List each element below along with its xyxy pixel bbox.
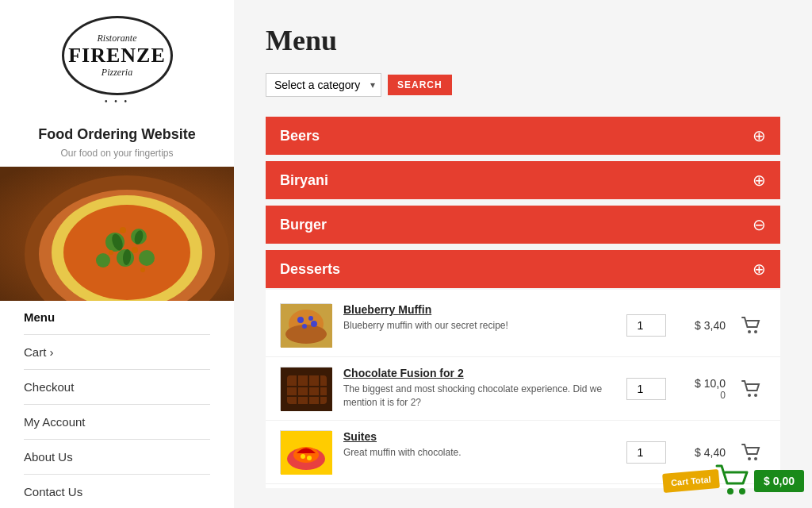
biryani-header[interactable]: Biryani ⊕ [266,161,780,199]
suites-price-col: $ 4,40 [678,446,726,459]
site-subtitle: Our food on your fingertips [0,148,234,167]
cart-icon [741,441,763,464]
table-row: Chocolate Fusion for 2 The biggest and m… [266,357,780,421]
blueberry-muffin-desc: Blueberry muffin with our secret recipe! [343,319,615,333]
svg-point-13 [132,247,138,253]
svg-point-37 [301,454,305,459]
suites-desc: Great muffin with chocolate. [343,446,615,460]
nav-checkout[interactable]: Checkout [24,379,210,395]
nav-divider-3 [24,404,210,405]
desserts-title: Desserts [280,261,340,278]
desserts-items: Blueberry Muffin Blueberry muffin with o… [266,290,780,488]
logo-dots: • • • [105,97,129,106]
nav-divider-1 [24,334,210,335]
svg-rect-26 [287,375,327,404]
suites-svg [281,431,332,475]
chocolate-fusion-desc: The biggest and most shocking chocolate … [343,383,615,410]
burger-header[interactable]: Burger ⊖ [266,206,780,244]
cart-total-widget[interactable]: Cart Total $ 0,00 [663,461,804,500]
svg-point-33 [754,394,757,397]
suites-qty[interactable] [626,441,666,464]
suites-name[interactable]: Suites [343,430,615,443]
suites-image [280,430,331,474]
burger-section: Burger ⊖ [266,206,780,244]
nav-cart[interactable]: Cart › [24,344,210,360]
blueberry-muffin-price-col: $ 3,40 [678,319,726,332]
svg-point-12 [120,227,126,233]
nav-contact-us[interactable]: Contact Us [24,483,210,500]
beers-title: Beers [280,128,320,144]
pizza-visual [0,167,234,301]
nav-about-us[interactable]: About Us [24,448,210,465]
nav-links: Menu Cart › Checkout My Account About Us… [0,301,234,508]
chocolate-fusion-price-col: $ 10,0 0 [678,377,726,401]
logo-main: FIRENZE [68,44,166,67]
logo-bottom: Pizzeria [102,67,132,79]
table-row: Blueberry Muffin Blueberry muffin with o… [266,294,780,357]
chocolate-fusion-name[interactable]: Chocolate Fusion for 2 [343,367,615,379]
blueberry-muffin-price: $ 3,40 [695,319,726,332]
svg-point-39 [748,457,751,460]
svg-point-38 [307,456,312,460]
nav-my-account[interactable]: My Account [24,414,210,430]
svg-point-21 [302,324,307,329]
burger-minus-icon: ⊖ [753,215,766,234]
page-title: Menu [266,24,780,57]
cart-total-label: Cart Total [670,474,710,487]
svg-point-19 [297,317,304,323]
blueberry-muffin-name[interactable]: Blueberry Muffin [343,303,615,316]
filter-row: Select a category Beers Biryani Burger D… [266,73,780,97]
category-select-wrapper: Select a category Beers Biryani Burger D… [266,73,381,97]
svg-point-42 [739,488,745,495]
chocolate-fusion-image [280,367,331,410]
svg-point-7 [96,253,110,267]
choc-svg [281,368,332,411]
svg-point-8 [139,250,155,266]
cart-icon [741,378,763,400]
search-button[interactable]: SEARCH [388,75,452,95]
site-title: Food Ordering Website [0,114,234,148]
biryani-plus-icon: ⊕ [753,171,766,190]
svg-point-24 [754,330,757,333]
biryani-section: Biryani ⊕ [266,161,780,199]
pizza-image [0,167,234,301]
category-select[interactable]: Select a category Beers Biryani Burger D… [266,73,381,97]
cart-icon [741,314,763,337]
sidebar: Ristorante FIRENZE Pizzeria • • • Food O… [0,0,234,508]
chocolate-fusion-price: $ 10,0 [695,377,726,390]
biryani-title: Biryani [280,172,328,189]
svg-point-14 [109,250,113,255]
beers-plus-icon: ⊕ [753,126,766,145]
chocolate-fusion-info: Chocolate Fusion for 2 The biggest and m… [343,367,615,410]
muffin-svg [281,304,332,348]
cart-total-amount: $ 0,00 [764,475,795,487]
desserts-plus-icon: ⊕ [753,260,766,279]
chocolate-fusion-qty[interactable] [626,378,666,400]
logo: Ristorante FIRENZE Pizzeria [62,16,173,95]
nav-divider-5 [24,474,210,475]
logo-area: Ristorante FIRENZE Pizzeria • • • [0,0,234,114]
nav-menu[interactable]: Menu [24,309,210,325]
desserts-section: Desserts ⊕ Blueber [266,250,780,488]
pizza-svg [0,167,234,301]
svg-point-20 [308,316,313,321]
cart-float-icon [714,461,754,497]
blueberry-muffin-info: Blueberry Muffin Blueberry muffin with o… [343,303,615,333]
logo-top: Ristorante [98,33,137,44]
chocolate-fusion-add-to-cart[interactable] [737,375,766,403]
svg-point-22 [311,321,317,327]
svg-point-15 [140,267,145,272]
burger-title: Burger [280,217,327,233]
beers-header[interactable]: Beers ⊕ [266,117,780,155]
nav-divider-4 [24,439,210,440]
desserts-header[interactable]: Desserts ⊕ [266,250,780,288]
svg-point-32 [748,394,751,397]
suites-info: Suites Great muffin with chocolate. [343,430,615,460]
blueberry-muffin-qty[interactable] [626,314,666,337]
chocolate-fusion-price-sub: 0 [720,390,726,401]
svg-point-40 [754,457,757,460]
blueberry-muffin-image [280,303,331,347]
nav-divider-2 [24,369,210,370]
main-content: Menu Select a category Beers Biryani Bur… [234,0,812,508]
blueberry-muffin-add-to-cart[interactable] [737,311,766,340]
